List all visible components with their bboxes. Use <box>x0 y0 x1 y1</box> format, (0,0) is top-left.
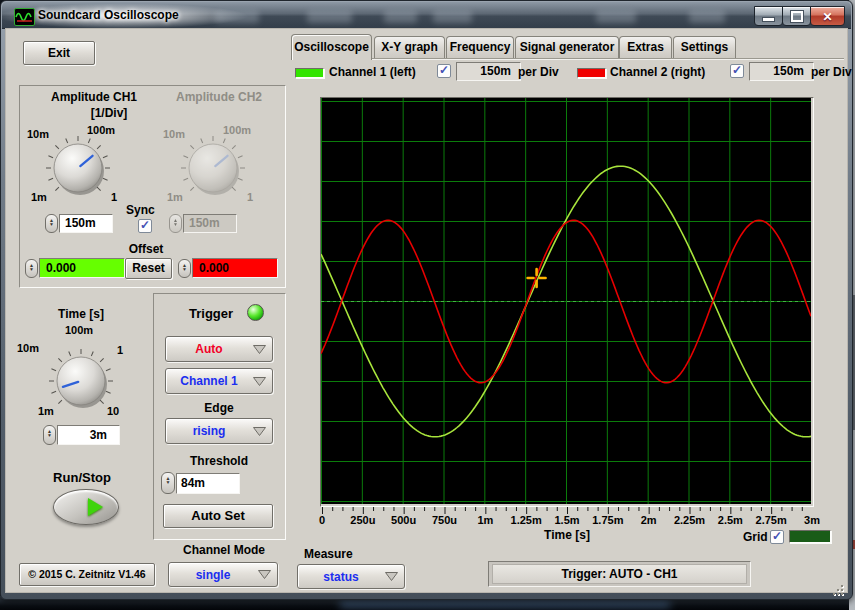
x-tick-label: 1m <box>477 514 493 526</box>
grid-label: Grid <box>743 530 768 544</box>
app-icon <box>14 8 35 26</box>
minimize-button[interactable] <box>754 6 783 26</box>
background-window-artifact <box>433 11 472 23</box>
channel1-enable-checkbox[interactable]: ✓ <box>437 64 451 78</box>
play-icon <box>88 498 103 516</box>
copyright-button[interactable]: © 2015 C. Zeitnitz V1.46 <box>19 563 155 586</box>
amp2-scale-100m: 100m <box>223 124 251 136</box>
threshold-value-field[interactable]: 84m <box>176 473 240 494</box>
tab-strip-line <box>291 58 844 60</box>
time-scale-100m: 100m <box>65 324 93 336</box>
amp-ch2-value-field[interactable]: 150m <box>183 214 237 233</box>
x-tick-label: 1.25m <box>511 514 542 526</box>
maximize-button[interactable] <box>782 6 811 26</box>
offset-ch1-field[interactable]: 0.000 <box>39 258 125 278</box>
scope-plot[interactable] <box>321 98 811 504</box>
amp-ch1-stepper[interactable]: ▲▼ <box>45 214 58 233</box>
background-window-artifact <box>307 11 352 23</box>
threshold-label: Threshold <box>181 454 257 468</box>
dropdown-arrow-icon <box>384 571 399 582</box>
x-tick-label: 2m <box>641 514 657 526</box>
trigger-title: Trigger <box>189 306 233 321</box>
x-tick-label: 2.5m <box>718 514 743 526</box>
x-tick-label: 1.75m <box>592 514 623 526</box>
x-tick-label: 3m <box>804 514 820 526</box>
amp1-scale-1: 1 <box>111 191 117 203</box>
channel1-per-div-field[interactable]: 150m <box>456 62 521 81</box>
amplitude-unit-label: [1/Div] <box>59 106 159 120</box>
channel2-color-swatch <box>577 68 606 78</box>
trigger-mode-value: Auto <box>166 342 252 356</box>
background-window-artifact <box>384 11 417 23</box>
amplitude-ch1-title: Amplitude CH1 <box>27 90 161 104</box>
channel-mode-dropdown[interactable]: single <box>168 562 278 587</box>
trigger-group <box>153 293 286 540</box>
channel1-label: Channel 1 (left) <box>329 65 416 79</box>
dropdown-arrow-icon <box>252 426 267 437</box>
amp-ch1-value-field[interactable]: 150m <box>59 214 113 233</box>
x-axis-labels: 0250u500u750u1m1.25m1.5m1.75m2m2.25m2.5m… <box>322 514 812 527</box>
offset-ch1-stepper[interactable]: ▲▼ <box>25 259 38 278</box>
sync-checkbox[interactable]: ✓ <box>138 219 152 233</box>
tab-extras[interactable]: Extras <box>619 36 672 58</box>
tab-signal-generator[interactable]: Signal generator <box>515 36 619 58</box>
autoset-button[interactable]: Auto Set <box>163 504 273 528</box>
tab-xy-graph[interactable]: X-Y graph <box>374 36 445 58</box>
x-tick-label: 1.5m <box>554 514 579 526</box>
amp1-scale-10m: 10m <box>27 128 49 140</box>
grid-checkbox[interactable]: ✓ <box>770 530 784 544</box>
dropdown-arrow-icon <box>257 569 272 580</box>
amp1-scale-1m: 1m <box>31 191 47 203</box>
time-scale-1: 1 <box>117 344 123 356</box>
x-tick-label: 2.75m <box>756 514 787 526</box>
offset-label: Offset <box>121 242 171 256</box>
trigger-edge-value: rising <box>166 424 252 438</box>
reset-button[interactable]: Reset <box>125 258 172 279</box>
time-value-field[interactable]: 3m <box>57 425 120 445</box>
x-tick-label: 250u <box>350 514 375 526</box>
exit-button[interactable]: Exit <box>23 41 95 65</box>
resize-grip[interactable] <box>832 585 845 596</box>
time-title: Time [s] <box>47 307 115 321</box>
channel1-per-div-label: per Div <box>518 65 559 79</box>
threshold-stepper[interactable]: ▲▼ <box>161 472 175 494</box>
channel2-enable-checkbox[interactable]: ✓ <box>730 64 744 78</box>
tab-oscilloscope[interactable]: Oscilloscope <box>291 34 372 60</box>
amp1-scale-100m: 100m <box>87 124 115 136</box>
channel-mode-value: single <box>169 568 257 582</box>
minimize-icon <box>762 17 775 22</box>
window-title: Soundcard Oscilloscope <box>38 8 179 22</box>
background-window-artifact <box>215 11 259 23</box>
channel2-per-div-field[interactable]: 150m <box>749 62 814 81</box>
channel2-per-div-label: per Div <box>811 65 852 79</box>
time-stepper[interactable]: ▲▼ <box>43 425 56 445</box>
measure-dropdown[interactable]: status <box>297 564 405 589</box>
amp-ch2-stepper[interactable]: ▲▼ <box>169 214 182 233</box>
amplitude-ch1-knob[interactable] <box>43 133 113 203</box>
x-tick-label: 500u <box>391 514 416 526</box>
dropdown-arrow-icon <box>252 344 267 355</box>
maximize-icon <box>791 11 803 22</box>
measure-value: status <box>298 570 384 584</box>
amp2-scale-10m: 10m <box>163 128 185 140</box>
x-tick-label: 2.25m <box>674 514 705 526</box>
measure-label: Measure <box>304 547 353 561</box>
tab-frequency[interactable]: Frequency <box>446 36 514 58</box>
grid-color-swatch[interactable] <box>789 530 831 543</box>
channel2-label: Channel 2 (right) <box>610 65 705 79</box>
time-knob[interactable] <box>46 346 116 416</box>
offset-ch2-stepper[interactable]: ▲▼ <box>178 259 191 278</box>
trigger-status-text: Trigger: AUTO - CH1 <box>492 564 747 584</box>
run-stop-button[interactable] <box>53 489 119 525</box>
titlebar[interactable]: Soundcard Oscilloscope ✕ <box>2 2 851 29</box>
amp2-scale-1: 1 <box>247 191 253 203</box>
trigger-edge-dropdown[interactable]: rising <box>165 418 273 444</box>
app-window: Soundcard Oscilloscope ✕ Exit Amplitude … <box>0 0 853 600</box>
trigger-source-dropdown[interactable]: Channel 1 <box>165 368 273 394</box>
trigger-mode-dropdown[interactable]: Auto <box>165 336 273 362</box>
tab-settings[interactable]: Settings <box>673 36 736 58</box>
close-button[interactable]: ✕ <box>810 6 845 26</box>
amplitude-ch2-knob[interactable] <box>178 133 248 203</box>
offset-ch2-field[interactable]: 0.000 <box>192 258 278 278</box>
dropdown-arrow-icon <box>252 376 267 387</box>
